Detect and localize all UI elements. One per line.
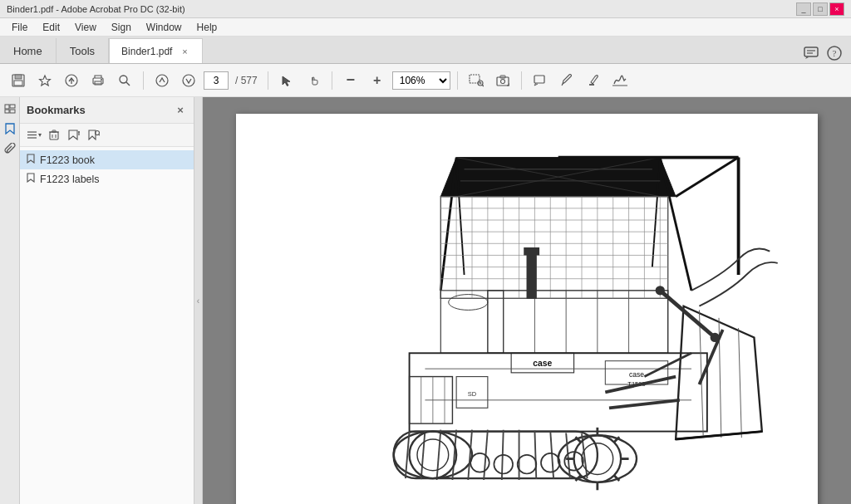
svg-rect-7 xyxy=(14,81,22,86)
svg-text:SD: SD xyxy=(468,390,477,398)
svg-line-54 xyxy=(660,158,691,291)
hand-tool-button[interactable] xyxy=(302,69,325,92)
svg-line-63 xyxy=(676,158,738,197)
app-title: Binder1.pdf - Adobe Acrobat Pro DC (32-b… xyxy=(7,4,796,14)
svg-rect-33 xyxy=(10,105,15,108)
print-button[interactable] xyxy=(86,69,110,92)
separator-3 xyxy=(332,71,332,90)
menu-help[interactable]: Help xyxy=(190,20,224,35)
svg-rect-39 xyxy=(50,132,58,139)
svg-line-28 xyxy=(562,84,563,86)
svg-line-21 xyxy=(482,85,484,86)
help-icon[interactable]: ? xyxy=(824,43,844,63)
pen-tool-button[interactable] xyxy=(555,69,578,92)
bookmark-icon-2 xyxy=(27,173,35,185)
separator-5 xyxy=(521,71,522,90)
bookmarks-header: Bookmarks × xyxy=(20,97,194,124)
menu-file[interactable]: File xyxy=(5,20,34,35)
highlight-tool-button[interactable] xyxy=(582,69,605,92)
snapshot-button[interactable] xyxy=(491,69,514,92)
svg-text:case: case xyxy=(533,359,552,368)
sign-tool-button[interactable] xyxy=(608,69,632,92)
tab-home-label: Home xyxy=(13,45,42,57)
svg-point-95 xyxy=(449,295,488,311)
svg-point-131 xyxy=(518,455,537,474)
bookmarks-toolbar: ▾ xyxy=(20,124,194,147)
bookmark-label-1: F1223 book xyxy=(40,154,95,166)
zoom-in-button[interactable]: + xyxy=(366,69,389,92)
new-bookmark-button[interactable] xyxy=(65,126,83,144)
title-bar: Binder1.pdf - Adobe Acrobat Pro DC (32-b… xyxy=(0,0,851,18)
svg-marker-51 xyxy=(27,174,34,182)
tab-tools[interactable]: Tools xyxy=(57,38,109,63)
tab-file-active[interactable]: Binder1.pdf × xyxy=(109,38,203,63)
menu-bar: File Edit View Sign Window Help xyxy=(0,18,851,37)
bookmarks-close-button[interactable]: × xyxy=(174,104,187,117)
bookmarks-panel: Bookmarks × ▾ F1223 book xyxy=(20,97,194,504)
menu-window[interactable]: Window xyxy=(140,20,189,35)
minimize-button[interactable]: _ xyxy=(796,2,811,16)
bookmark-item[interactable]: F1223 labels xyxy=(20,169,194,188)
svg-line-49 xyxy=(99,135,100,135)
pdf-area: case case T1505 xyxy=(203,97,851,504)
tab-file-label: Binder1.pdf xyxy=(121,46,172,57)
marquee-zoom-button[interactable] xyxy=(465,69,488,92)
cursor-tool-button[interactable] xyxy=(275,69,298,92)
toolbar: / 577 − + 106% 50% 75% 100% 125% 150% 20… xyxy=(0,64,851,97)
comment-bubble-icon[interactable] xyxy=(801,43,821,63)
svg-line-142 xyxy=(609,400,680,408)
layers-sidebar-icon[interactable] xyxy=(2,100,18,117)
delete-bookmark-button[interactable] xyxy=(45,126,63,144)
bookmarks-title: Bookmarks xyxy=(27,104,174,116)
page-total: / 577 xyxy=(235,75,258,86)
nav-up-button[interactable] xyxy=(150,69,174,92)
bookmarks-sidebar-icon[interactable] xyxy=(2,120,18,137)
menu-sign[interactable]: Sign xyxy=(105,20,138,35)
nav-down-button[interactable] xyxy=(177,69,200,92)
svg-rect-34 xyxy=(10,110,15,113)
maximize-button[interactable]: □ xyxy=(813,2,828,16)
svg-line-106 xyxy=(421,431,426,479)
svg-line-107 xyxy=(437,430,441,480)
upload-button[interactable] xyxy=(60,69,83,92)
zoom-dropdown[interactable]: 106% 50% 75% 100% 125% 150% 200% xyxy=(392,71,450,90)
save-button[interactable] xyxy=(7,69,30,92)
bookmark-star-button[interactable] xyxy=(33,69,57,92)
svg-rect-64 xyxy=(440,197,667,299)
close-button[interactable]: × xyxy=(829,2,844,16)
attachments-sidebar-icon[interactable] xyxy=(2,140,18,157)
zoom-search-button[interactable] xyxy=(113,69,136,92)
panel-collapse-handle[interactable]: ‹ xyxy=(194,97,203,504)
svg-point-16 xyxy=(156,75,168,86)
separator-2 xyxy=(268,71,268,90)
svg-marker-35 xyxy=(6,124,14,134)
zoom-out-button[interactable]: − xyxy=(339,69,362,92)
svg-rect-27 xyxy=(534,76,544,83)
svg-rect-0 xyxy=(804,47,818,56)
bookmark-item[interactable]: F1223 book xyxy=(20,150,194,169)
svg-point-145 xyxy=(711,333,720,342)
svg-rect-94 xyxy=(440,291,503,353)
menu-edit[interactable]: Edit xyxy=(36,20,66,35)
svg-rect-31 xyxy=(5,105,9,109)
menu-view[interactable]: View xyxy=(68,20,103,35)
tab-close-button[interactable]: × xyxy=(179,46,190,57)
svg-marker-50 xyxy=(27,154,34,163)
svg-point-130 xyxy=(494,455,513,474)
menu-dropdown-arrow: ▾ xyxy=(38,131,42,139)
page-number-input[interactable] xyxy=(204,71,229,90)
svg-marker-44 xyxy=(69,130,77,139)
find-bookmark-button[interactable] xyxy=(85,126,103,144)
svg-rect-96 xyxy=(410,353,707,431)
svg-point-129 xyxy=(470,453,489,472)
svg-point-144 xyxy=(656,286,665,295)
svg-text:?: ? xyxy=(833,48,837,58)
add-comment-button[interactable] xyxy=(529,69,552,92)
svg-text:case: case xyxy=(629,370,644,379)
tab-home[interactable]: Home xyxy=(0,38,57,63)
svg-rect-146 xyxy=(527,252,536,299)
svg-point-25 xyxy=(500,79,504,83)
bookmarks-menu-button[interactable]: ▾ xyxy=(25,126,43,144)
main-area: Bookmarks × ▾ F1223 book xyxy=(0,97,851,504)
svg-point-17 xyxy=(183,75,194,86)
